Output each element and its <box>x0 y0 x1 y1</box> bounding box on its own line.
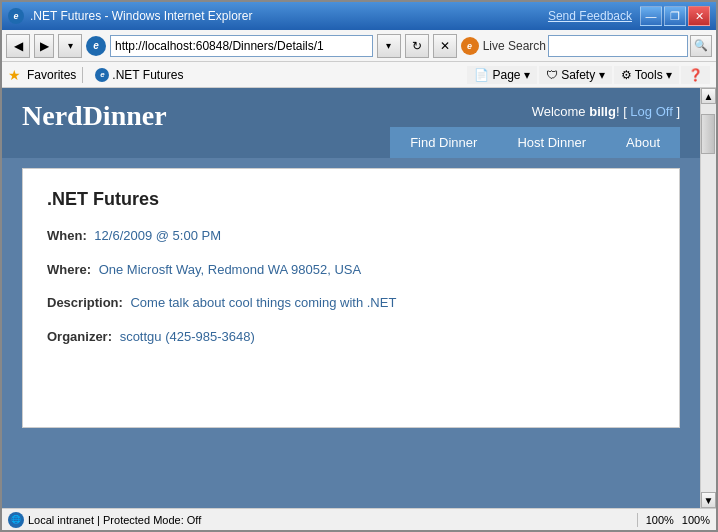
nd-content-box: .NET Futures When: 12/6/2009 @ 5:00 PM W… <box>22 168 680 428</box>
live-search-bar: e Live Search 🔍 <box>461 35 712 57</box>
status-left: 🌐 Local intranet | Protected Mode: Off <box>8 512 637 528</box>
nd-description-value: Come talk about cool things coming with … <box>130 295 396 310</box>
status-divider <box>637 513 638 527</box>
send-feedback-link[interactable]: Send Feedback <box>548 9 632 23</box>
title-bar-left: e .NET Futures - Windows Internet Explor… <box>8 8 253 24</box>
live-search-label: Live Search <box>483 39 546 53</box>
live-search-input[interactable] <box>548 35 688 57</box>
nd-where-label: Where: <box>47 262 91 277</box>
main-content: NerdDinner Welcome billg! [ Log Off ] Fi… <box>2 88 700 508</box>
zone-icon: 🌐 <box>8 512 24 528</box>
page-menu-button[interactable]: 📄 Page ▾ <box>467 66 537 84</box>
minimize-button[interactable]: — <box>640 6 662 26</box>
nd-description-field: Description: Come talk about cool things… <box>47 293 655 313</box>
host-dinner-button[interactable]: Host Dinner <box>497 127 606 158</box>
toolbar-right: 📄 Page ▾ 🛡 Safety ▾ ⚙ Tools ▾ ❓ <box>467 66 710 84</box>
status-right: 100% 100% <box>637 513 710 527</box>
dropdown-button[interactable]: ▾ <box>58 34 82 58</box>
scroll-up-button[interactable]: ▲ <box>701 88 716 104</box>
zoom-value: 100% <box>682 514 710 526</box>
scroll-down-button[interactable]: ▼ <box>701 492 716 508</box>
address-input[interactable] <box>110 35 373 57</box>
stop-button[interactable]: ✕ <box>433 34 457 58</box>
about-button[interactable]: About <box>606 127 680 158</box>
nd-welcome-area: Welcome billg! [ Log Off ] <box>532 104 680 119</box>
nd-organizer-value: scottgu (425-985-3648) <box>120 329 255 344</box>
forward-button[interactable]: ▶ <box>34 34 54 58</box>
nd-organizer-field: Organizer: scottgu (425-985-3648) <box>47 327 655 347</box>
scrollbar: ▲ ▼ <box>700 88 716 508</box>
nd-logoff-link[interactable]: Log Off <box>630 104 672 119</box>
scroll-thumb[interactable] <box>701 114 715 154</box>
nd-username: billg <box>589 104 616 119</box>
nd-sep2: ] <box>673 104 680 119</box>
scroll-track[interactable] <box>701 104 716 492</box>
nd-when-field: When: 12/6/2009 @ 5:00 PM <box>47 226 655 246</box>
nd-nav: Find Dinner Host Dinner About <box>390 127 680 158</box>
nd-content-wrapper: .NET Futures When: 12/6/2009 @ 5:00 PM W… <box>2 158 700 438</box>
refresh-button[interactable]: ↻ <box>405 34 429 58</box>
window-title: .NET Futures - Windows Internet Explorer <box>30 9 253 23</box>
browser-logo-icon: e <box>8 8 24 24</box>
favorites-star-icon: ★ <box>8 67 21 83</box>
content-area: NerdDinner Welcome billg! [ Log Off ] Fi… <box>2 88 716 508</box>
zoom-level[interactable]: 100% <box>646 514 674 526</box>
safety-menu-button[interactable]: 🛡 Safety ▾ <box>539 66 612 84</box>
nd-dinner-title: .NET Futures <box>47 189 655 210</box>
favorites-bar: ★ Favorites e .NET Futures 📄 Page ▾ 🛡 Sa… <box>2 62 716 88</box>
status-zone: Local intranet | Protected Mode: Off <box>28 514 201 526</box>
nd-when-label: When: <box>47 228 87 243</box>
nd-welcome-text: Welcome <box>532 104 590 119</box>
tools-menu-button[interactable]: ⚙ Tools ▾ <box>614 66 679 84</box>
nd-organizer-label: Organizer: <box>47 329 112 344</box>
back-button[interactable]: ◀ <box>6 34 30 58</box>
favorites-label[interactable]: Favorites <box>27 68 76 82</box>
tab-icon: e <box>95 68 109 82</box>
close-button[interactable]: ✕ <box>688 6 710 26</box>
window-controls: — ❐ ✕ <box>640 6 710 26</box>
favorites-item-dotnet[interactable]: e .NET Futures <box>89 66 189 84</box>
nd-when-value: 12/6/2009 @ 5:00 PM <box>94 228 221 243</box>
restore-button[interactable]: ❐ <box>664 6 686 26</box>
help-button[interactable]: ❓ <box>681 66 710 84</box>
nd-header: NerdDinner Welcome billg! [ Log Off ] Fi… <box>2 88 700 158</box>
live-search-icon: e <box>461 37 479 55</box>
nd-where-field: Where: One Microsft Way, Redmond WA 9805… <box>47 260 655 280</box>
nerddinner-page: NerdDinner Welcome billg! [ Log Off ] Fi… <box>2 88 700 508</box>
status-bar: 🌐 Local intranet | Protected Mode: Off 1… <box>2 508 716 530</box>
nd-where-value: One Microsft Way, Redmond WA 98052, USA <box>99 262 362 277</box>
find-dinner-button[interactable]: Find Dinner <box>390 127 497 158</box>
ie-icon: e <box>86 36 106 56</box>
address-bar: ◀ ▶ ▾ e ▾ ↻ ✕ e Live Search 🔍 <box>2 30 716 62</box>
browser-window: e .NET Futures - Windows Internet Explor… <box>0 0 718 532</box>
favorites-item-label: .NET Futures <box>112 68 183 82</box>
favorites-separator <box>82 67 83 83</box>
search-go-button[interactable]: 🔍 <box>690 35 712 57</box>
nd-header-right: Welcome billg! [ Log Off ] Find Dinner H… <box>390 100 680 158</box>
title-bar: e .NET Futures - Windows Internet Explor… <box>2 2 716 30</box>
nd-sep1: ! [ <box>616 104 630 119</box>
nd-logo: NerdDinner <box>22 100 167 144</box>
nd-description-label: Description: <box>47 295 123 310</box>
refresh-dropdown-button[interactable]: ▾ <box>377 34 401 58</box>
